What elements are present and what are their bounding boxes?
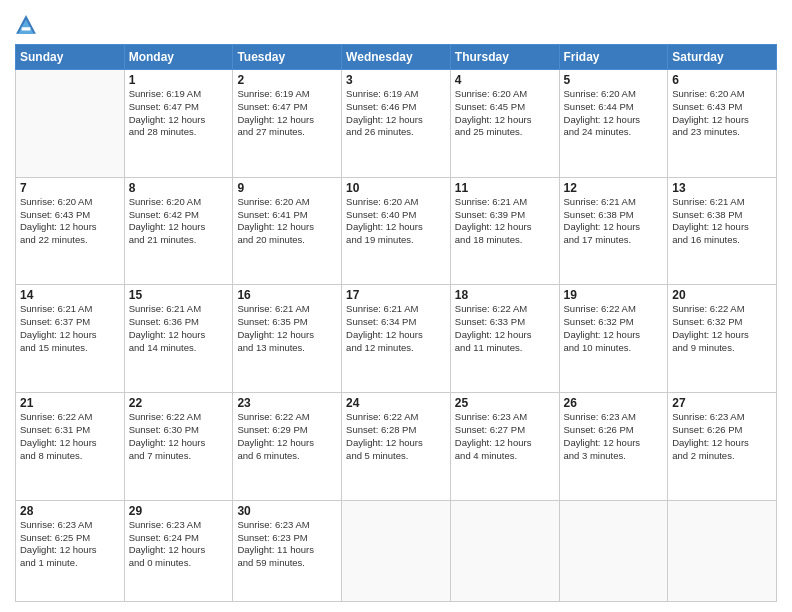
day-info: Sunrise: 6:19 AM Sunset: 6:47 PM Dayligh… [129, 88, 229, 139]
day-number: 24 [346, 396, 446, 410]
day-cell [668, 500, 777, 601]
day-cell: 16Sunrise: 6:21 AM Sunset: 6:35 PM Dayli… [233, 285, 342, 393]
day-number: 1 [129, 73, 229, 87]
day-cell: 30Sunrise: 6:23 AM Sunset: 6:23 PM Dayli… [233, 500, 342, 601]
day-number: 16 [237, 288, 337, 302]
day-cell: 2Sunrise: 6:19 AM Sunset: 6:47 PM Daylig… [233, 70, 342, 178]
day-info: Sunrise: 6:23 AM Sunset: 6:25 PM Dayligh… [20, 519, 120, 570]
day-info: Sunrise: 6:21 AM Sunset: 6:38 PM Dayligh… [564, 196, 664, 247]
day-number: 6 [672, 73, 772, 87]
day-number: 20 [672, 288, 772, 302]
day-number: 14 [20, 288, 120, 302]
day-number: 28 [20, 504, 120, 518]
weekday-header-wednesday: Wednesday [342, 45, 451, 70]
day-number: 15 [129, 288, 229, 302]
day-cell: 5Sunrise: 6:20 AM Sunset: 6:44 PM Daylig… [559, 70, 668, 178]
day-cell: 14Sunrise: 6:21 AM Sunset: 6:37 PM Dayli… [16, 285, 125, 393]
day-cell: 23Sunrise: 6:22 AM Sunset: 6:29 PM Dayli… [233, 393, 342, 501]
day-number: 18 [455, 288, 555, 302]
weekday-header-tuesday: Tuesday [233, 45, 342, 70]
day-cell: 12Sunrise: 6:21 AM Sunset: 6:38 PM Dayli… [559, 177, 668, 285]
day-cell: 28Sunrise: 6:23 AM Sunset: 6:25 PM Dayli… [16, 500, 125, 601]
day-number: 3 [346, 73, 446, 87]
day-number: 25 [455, 396, 555, 410]
day-number: 23 [237, 396, 337, 410]
day-info: Sunrise: 6:21 AM Sunset: 6:39 PM Dayligh… [455, 196, 555, 247]
day-cell: 1Sunrise: 6:19 AM Sunset: 6:47 PM Daylig… [124, 70, 233, 178]
day-info: Sunrise: 6:20 AM Sunset: 6:40 PM Dayligh… [346, 196, 446, 247]
svg-rect-2 [22, 27, 31, 30]
week-row-4: 21Sunrise: 6:22 AM Sunset: 6:31 PM Dayli… [16, 393, 777, 501]
day-info: Sunrise: 6:19 AM Sunset: 6:47 PM Dayligh… [237, 88, 337, 139]
day-cell: 11Sunrise: 6:21 AM Sunset: 6:39 PM Dayli… [450, 177, 559, 285]
day-info: Sunrise: 6:21 AM Sunset: 6:38 PM Dayligh… [672, 196, 772, 247]
day-cell: 15Sunrise: 6:21 AM Sunset: 6:36 PM Dayli… [124, 285, 233, 393]
day-cell: 27Sunrise: 6:23 AM Sunset: 6:26 PM Dayli… [668, 393, 777, 501]
day-cell: 7Sunrise: 6:20 AM Sunset: 6:43 PM Daylig… [16, 177, 125, 285]
day-info: Sunrise: 6:21 AM Sunset: 6:34 PM Dayligh… [346, 303, 446, 354]
logo-icon [15, 14, 37, 36]
day-number: 2 [237, 73, 337, 87]
weekday-header-friday: Friday [559, 45, 668, 70]
day-cell: 20Sunrise: 6:22 AM Sunset: 6:32 PM Dayli… [668, 285, 777, 393]
day-info: Sunrise: 6:23 AM Sunset: 6:23 PM Dayligh… [237, 519, 337, 570]
day-info: Sunrise: 6:21 AM Sunset: 6:35 PM Dayligh… [237, 303, 337, 354]
day-number: 10 [346, 181, 446, 195]
day-number: 8 [129, 181, 229, 195]
day-number: 13 [672, 181, 772, 195]
day-info: Sunrise: 6:20 AM Sunset: 6:43 PM Dayligh… [672, 88, 772, 139]
day-number: 12 [564, 181, 664, 195]
day-number: 29 [129, 504, 229, 518]
day-info: Sunrise: 6:21 AM Sunset: 6:37 PM Dayligh… [20, 303, 120, 354]
day-cell: 18Sunrise: 6:22 AM Sunset: 6:33 PM Dayli… [450, 285, 559, 393]
weekday-header-thursday: Thursday [450, 45, 559, 70]
day-cell: 10Sunrise: 6:20 AM Sunset: 6:40 PM Dayli… [342, 177, 451, 285]
day-number: 19 [564, 288, 664, 302]
calendar-table: SundayMondayTuesdayWednesdayThursdayFrid… [15, 44, 777, 602]
day-cell: 8Sunrise: 6:20 AM Sunset: 6:42 PM Daylig… [124, 177, 233, 285]
day-number: 5 [564, 73, 664, 87]
day-info: Sunrise: 6:22 AM Sunset: 6:30 PM Dayligh… [129, 411, 229, 462]
day-number: 9 [237, 181, 337, 195]
weekday-header-monday: Monday [124, 45, 233, 70]
day-cell [450, 500, 559, 601]
day-number: 21 [20, 396, 120, 410]
day-cell: 4Sunrise: 6:20 AM Sunset: 6:45 PM Daylig… [450, 70, 559, 178]
day-cell: 22Sunrise: 6:22 AM Sunset: 6:30 PM Dayli… [124, 393, 233, 501]
day-number: 17 [346, 288, 446, 302]
header [15, 10, 777, 36]
day-info: Sunrise: 6:20 AM Sunset: 6:41 PM Dayligh… [237, 196, 337, 247]
day-info: Sunrise: 6:22 AM Sunset: 6:28 PM Dayligh… [346, 411, 446, 462]
day-info: Sunrise: 6:20 AM Sunset: 6:42 PM Dayligh… [129, 196, 229, 247]
day-info: Sunrise: 6:22 AM Sunset: 6:31 PM Dayligh… [20, 411, 120, 462]
day-cell: 26Sunrise: 6:23 AM Sunset: 6:26 PM Dayli… [559, 393, 668, 501]
day-info: Sunrise: 6:20 AM Sunset: 6:44 PM Dayligh… [564, 88, 664, 139]
day-cell: 24Sunrise: 6:22 AM Sunset: 6:28 PM Dayli… [342, 393, 451, 501]
day-info: Sunrise: 6:22 AM Sunset: 6:33 PM Dayligh… [455, 303, 555, 354]
day-cell [342, 500, 451, 601]
day-info: Sunrise: 6:20 AM Sunset: 6:43 PM Dayligh… [20, 196, 120, 247]
weekday-header-saturday: Saturday [668, 45, 777, 70]
day-number: 22 [129, 396, 229, 410]
logo [15, 14, 41, 36]
day-number: 11 [455, 181, 555, 195]
day-info: Sunrise: 6:20 AM Sunset: 6:45 PM Dayligh… [455, 88, 555, 139]
day-cell [16, 70, 125, 178]
day-cell: 6Sunrise: 6:20 AM Sunset: 6:43 PM Daylig… [668, 70, 777, 178]
week-row-1: 1Sunrise: 6:19 AM Sunset: 6:47 PM Daylig… [16, 70, 777, 178]
weekday-header-row: SundayMondayTuesdayWednesdayThursdayFrid… [16, 45, 777, 70]
day-number: 26 [564, 396, 664, 410]
day-cell [559, 500, 668, 601]
week-row-3: 14Sunrise: 6:21 AM Sunset: 6:37 PM Dayli… [16, 285, 777, 393]
page: SundayMondayTuesdayWednesdayThursdayFrid… [0, 0, 792, 612]
day-cell: 13Sunrise: 6:21 AM Sunset: 6:38 PM Dayli… [668, 177, 777, 285]
day-number: 27 [672, 396, 772, 410]
day-info: Sunrise: 6:23 AM Sunset: 6:26 PM Dayligh… [564, 411, 664, 462]
day-info: Sunrise: 6:23 AM Sunset: 6:26 PM Dayligh… [672, 411, 772, 462]
day-info: Sunrise: 6:22 AM Sunset: 6:32 PM Dayligh… [672, 303, 772, 354]
day-info: Sunrise: 6:23 AM Sunset: 6:24 PM Dayligh… [129, 519, 229, 570]
day-info: Sunrise: 6:23 AM Sunset: 6:27 PM Dayligh… [455, 411, 555, 462]
day-cell: 21Sunrise: 6:22 AM Sunset: 6:31 PM Dayli… [16, 393, 125, 501]
day-info: Sunrise: 6:19 AM Sunset: 6:46 PM Dayligh… [346, 88, 446, 139]
day-info: Sunrise: 6:22 AM Sunset: 6:29 PM Dayligh… [237, 411, 337, 462]
